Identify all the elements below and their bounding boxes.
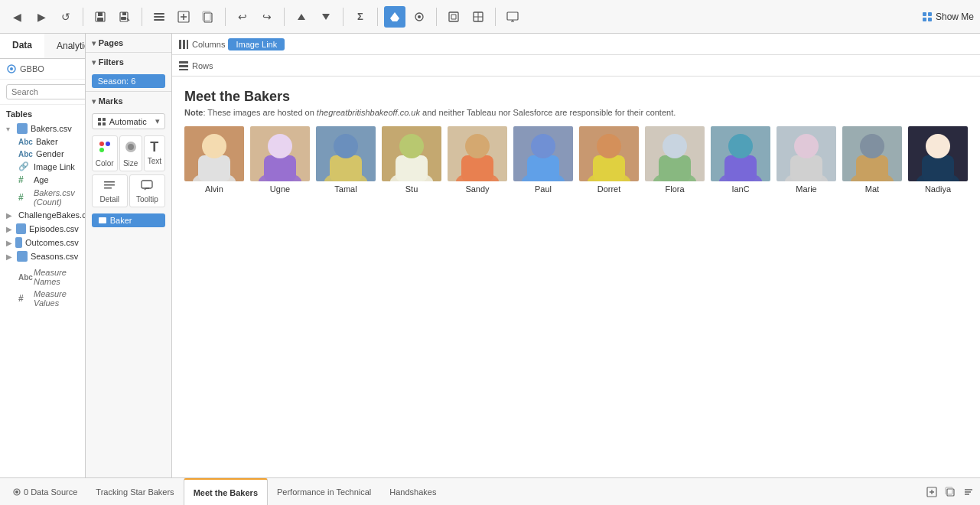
svg-rect-84 [947, 489, 954, 496]
color-mark-button[interactable]: Color [92, 135, 118, 171]
baker-img-paul[interactable] [513, 126, 573, 181]
baker-img-dorret[interactable] [579, 126, 639, 181]
nav-forward-button[interactable]: ▶ [31, 6, 52, 28]
tab-performance-technical[interactable]: Performance in Technical [268, 478, 380, 505]
baker-img-alvin[interactable] [184, 126, 244, 181]
baker-mark-pill[interactable]: Baker [92, 213, 165, 227]
baker-img-ugne[interactable] [250, 126, 310, 181]
field-imagelink[interactable]: 🔗 Image Link [0, 160, 85, 173]
svg-point-71 [728, 134, 753, 158]
pages-section-header[interactable]: ▾ Pages [86, 34, 171, 52]
svg-rect-39 [179, 40, 181, 49]
table-name-oc: Outcomes.csv [25, 238, 79, 247]
baker-silhouette-dorret [579, 126, 639, 181]
table-item-seasons[interactable]: ▶ Seasons.csv [0, 249, 85, 263]
new-datasource-button[interactable] [148, 6, 170, 28]
nav-back-button[interactable]: ◀ [6, 6, 28, 28]
table-icon-oc [15, 237, 22, 248]
sort-tabs-button[interactable] [960, 484, 977, 500]
tab-analytics[interactable]: Analytics [44, 34, 86, 58]
baker-img-mat[interactable] [842, 126, 902, 181]
field-measure-names[interactable]: Abc Measure Names [0, 266, 85, 288]
baker-img-marie[interactable] [777, 126, 836, 181]
svg-rect-20 [928, 12, 932, 16]
baker-card-dorret: Dorret [579, 126, 639, 194]
field-age[interactable]: # Age [0, 173, 85, 187]
nav-refresh-button[interactable]: ↺ [55, 6, 77, 28]
redo-button[interactable]: ↪ [256, 6, 278, 28]
table-name-se: Seasons.csv [31, 252, 78, 261]
mark-type-button[interactable] [409, 6, 430, 28]
type-icon-measure-values: # [18, 293, 31, 304]
type-icon-age: # [18, 174, 31, 185]
note-suffix: and neither Tableau nor Salesforce are r… [420, 108, 676, 117]
baker-img-flora[interactable] [645, 126, 705, 181]
undo-button[interactable]: ↩ [232, 6, 253, 28]
baker-img-tamal[interactable] [316, 126, 376, 181]
size-icon [123, 139, 138, 158]
show-me-button[interactable]: Show Me [922, 11, 974, 22]
table-item-outcomes[interactable]: ▶ Outcomes.csv [0, 236, 85, 249]
svg-rect-19 [923, 12, 926, 16]
text-mark-button[interactable]: T Text [144, 135, 165, 171]
duplicate-button[interactable] [197, 6, 219, 28]
baker-name-stu: Stu [405, 184, 418, 194]
new-tab-button[interactable] [923, 484, 940, 500]
table-item-episodes[interactable]: ▶ Episodes.csv [0, 222, 85, 236]
svg-rect-58 [461, 155, 493, 181]
svg-rect-35 [104, 184, 115, 186]
baker-img-stu[interactable] [382, 126, 441, 181]
field-baker[interactable]: Abc Baker [0, 135, 85, 148]
sort-asc-button[interactable] [291, 6, 312, 28]
detail-button[interactable]: Detail [92, 174, 128, 207]
season-filter-pill[interactable]: Season: 6 [92, 74, 165, 88]
baker-img-ianc[interactable] [711, 126, 770, 181]
svg-rect-44 [179, 69, 188, 70]
duplicate-tab-button[interactable] [942, 484, 959, 500]
aggregate-button[interactable]: Σ [350, 6, 371, 28]
svg-rect-2 [97, 18, 103, 21]
fit-button[interactable] [443, 6, 464, 28]
marks-chevron: ▾ [92, 97, 96, 106]
marks-section-header[interactable]: ▾ Marks [86, 91, 171, 110]
baker-name-mat: Mat [865, 184, 879, 194]
add-sheet-button[interactable] [173, 6, 194, 28]
tab-data-source[interactable]: 0 Data Source [3, 478, 86, 505]
svg-rect-38 [99, 217, 106, 223]
save-button[interactable] [90, 6, 111, 28]
tab-data[interactable]: Data [0, 34, 44, 58]
baker-card-ugne: Ugne [250, 126, 310, 194]
field-bakers-count[interactable]: # Bakers.csv (Count) [0, 187, 85, 208]
size-mark-button[interactable]: Size [119, 135, 142, 171]
tab-meet-bakers[interactable]: Meet the Bakers [184, 478, 268, 505]
baker-img-sandy[interactable] [448, 126, 507, 181]
table-icon-bakers [17, 123, 28, 134]
table-item-bakers[interactable]: ▾ Bakers.csv [0, 122, 85, 135]
svg-rect-64 [593, 155, 625, 181]
baker-img-nadiya[interactable] [908, 126, 968, 181]
table-item-challengebakes[interactable]: ▶ ChallengeBakes.csv [0, 208, 85, 222]
search-input[interactable] [6, 84, 86, 99]
svg-point-65 [597, 134, 621, 158]
save-as-button[interactable] [114, 6, 135, 28]
tooltip-icon [140, 178, 154, 194]
sort-desc-button[interactable] [315, 6, 337, 28]
type-icon-imagelink: 🔗 [18, 161, 31, 171]
field-measure-values[interactable]: # Measure Values [0, 288, 85, 309]
tooltip-button[interactable]: Tooltip [129, 174, 165, 207]
svg-point-62 [531, 134, 555, 158]
color-label: Color [96, 159, 114, 168]
toolbar-right: Show Me [922, 11, 974, 22]
field-name-measure-values: Measure Values [34, 289, 79, 308]
separator-5 [343, 8, 343, 26]
marks-type-dropdown[interactable]: Automatic ▾ [92, 113, 165, 129]
filters-section-header[interactable]: ▾ Filters [86, 52, 171, 71]
tab-tracking-bakers[interactable]: Tracking Star Bakers [86, 478, 183, 505]
highlight-button[interactable] [384, 6, 405, 28]
present-button[interactable] [502, 6, 523, 28]
field-gender[interactable]: Abc Gender [0, 148, 85, 160]
fix-axes-button[interactable] [467, 6, 489, 28]
tab-handshakes[interactable]: Handshakes [380, 478, 445, 505]
image-link-column-pill[interactable]: Image Link [228, 38, 285, 50]
main-toolbar: ◀ ▶ ↺ ↩ ↪ Σ S [0, 0, 980, 34]
